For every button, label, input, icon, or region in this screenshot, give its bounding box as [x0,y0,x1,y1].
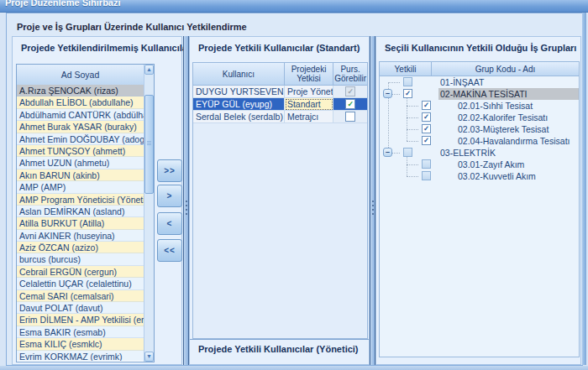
splitter-right[interactable] [370,36,375,365]
list-item[interactable]: AMP (AMP) [17,181,144,193]
list-item[interactable]: Evrim KORKMAZ (evrimk) [17,351,144,361]
tree-item[interactable]: ✓02.02-Kalorifer Tesisatı [380,112,579,123]
list-item[interactable]: burcus (burcus) [17,253,144,265]
work-group-tree[interactable]: Yetkili Grup Kodu - Adı 01-İNŞAAT–✓02-MA… [379,61,580,357]
panel-authorized-users-yonetici[interactable]: Projede Yetkili Kullanıcılar (Yönetici) [190,339,369,364]
panel-authorized-users-standart: Projede Yetkili Kullanıcılar (Standart) … [189,36,370,365]
list-item[interactable]: Avni AKINER (huseyina) [17,230,144,242]
column-header-projedeki-yetkisi[interactable]: Projedeki Yetkisi [285,63,333,85]
list-item[interactable]: Atilla BURKUT (Atilla) [17,217,144,229]
group-checkbox[interactable] [422,171,431,180]
group-checkbox[interactable]: ✓ [422,124,431,133]
scroll-up-icon[interactable]: ▲ [144,65,154,75]
role-cell[interactable]: Standart [285,98,333,111]
group-checkbox[interactable] [403,77,412,86]
move-all-left-button[interactable]: << [157,239,182,262]
role-cell[interactable]: Metrajcı [285,111,333,123]
scroll-down-icon[interactable]: ▼ [144,352,154,362]
group-label[interactable]: 02-MAKİNA TESİSATI [438,88,579,100]
column-header-yetkili[interactable]: Yetkili [380,62,432,76]
group-label[interactable]: 01-İNŞAAT [438,76,487,88]
list-item[interactable]: Davut POLAT (davut) [17,302,144,314]
tree-item[interactable]: 03.02-Kuvvetli Akım [380,170,579,182]
list-item[interactable]: Ahmet Emin DOĞDUBAY (adogdubay) [17,133,144,145]
column-header-purs-gorebilir[interactable]: Purs. Görebilir [333,63,367,85]
authorized-users-table-header: Kullanıcı Projedeki Yetkisi Purs. Görebi… [193,63,367,86]
list-item[interactable]: A.Rıza ŞENOCAK (rizas) [17,85,144,96]
splitter-left[interactable] [183,36,189,365]
column-header-kullanici[interactable]: Kullanıcı [193,63,285,85]
purs-cell[interactable]: ✓ [333,86,367,98]
move-left-button[interactable]: < [157,212,182,235]
table-row[interactable]: Serdal Belek (serdalb)Metrajcı [193,111,367,123]
authorized-users-table[interactable]: Kullanıcı Projedeki Yetkisi Purs. Görebi… [192,62,368,339]
purs-checkbox[interactable] [345,112,355,122]
unassigned-user-list-rows: A.Rıza ŞENOCAK (rizas)Abdullah ELİBOL (a… [17,85,144,361]
page-title: Proje ve İş Grupları Üzerinde Kullanıcı … [17,22,247,32]
list-item[interactable]: Ahmet TUNÇSOY (ahmett) [17,145,144,157]
window-right-edge [582,13,586,365]
tree-item[interactable]: ✓02.03-Müşterek Tesisat [380,123,579,135]
group-label[interactable]: 02.03-Müşterek Tesisat [456,123,552,135]
user-cell[interactable]: EYÜP GÜL (eyupg) [193,98,285,111]
group-checkbox[interactable]: ✓ [422,101,431,110]
list-item[interactable]: Aslan DEMİRKAN (asland) [17,206,144,217]
role-cell[interactable]: Proje Yöneticisi [285,86,333,98]
list-item[interactable]: Cemal SARI (cemalsari) [17,290,144,302]
group-checkbox[interactable] [422,159,431,169]
work-group-tree-rows: 01-İNŞAAT–✓02-MAKİNA TESİSATI✓02.01-Sıhh… [380,76,579,357]
list-item[interactable]: Akın BARUN (akinb) [17,169,144,181]
list-item[interactable]: Ahmet Burak YASAR (buraky) [17,121,144,133]
move-right-button[interactable]: > [157,185,182,207]
unassigned-user-list[interactable]: Ad Soyad A.Rıza ŞENOCAK (rizas)Abdullah … [16,64,155,362]
list-scrollbar[interactable]: ▲ ▼ [144,65,154,362]
purs-checkbox[interactable]: ✓ [345,99,355,109]
list-item[interactable]: Cebrail ERGÜN (cergun) [17,266,144,278]
user-cell[interactable]: DUYGU YURTSEVEN (duygu [193,86,285,98]
window-title: Proje Düzenleme Sihirbazı [5,0,121,8]
purs-cell[interactable] [333,111,367,123]
group-checkbox[interactable] [403,148,412,157]
group-checkbox[interactable]: ✓ [422,136,431,145]
column-header-grup-kodu-adi[interactable]: Grup Kodu - Adı [432,62,579,76]
user-cell[interactable]: Serdal Belek (serdalb) [193,111,285,123]
tree-item[interactable]: 01-İNŞAAT [380,76,579,88]
table-row[interactable]: EYÜP GÜL (eyupg)Standart✓ [193,98,367,111]
list-item[interactable]: Aziz ÖZCAN (azizo) [17,242,144,253]
panel-authorized-users-title: Projede Yetkili Kullanıcılar (Standart) [198,43,360,53]
panel-unassigned-users-title: Projede Yetkilendirilmemiş Kullanıcılar [21,43,191,53]
group-label[interactable]: 02.01-Sıhhi Tesisat [456,100,536,112]
collapse-icon[interactable]: – [383,89,392,98]
group-checkbox[interactable]: ✓ [403,89,412,98]
authorized-users-table-rows: DUYGU YURTSEVEN (duyguProje Yöneticisi✓E… [193,86,367,123]
group-label[interactable]: 02.02-Kalorifer Tesisatı [456,112,551,123]
list-item[interactable]: Abdülhamid CANTÜRK (abdülhamidc) [17,109,144,121]
purs-checkbox[interactable]: ✓ [345,86,355,96]
group-label[interactable]: 03.02-Kuvvetli Akım [456,170,539,182]
collapse-icon[interactable]: – [383,148,392,157]
group-label[interactable]: 03-ELEKTRİK [438,147,499,159]
group-label[interactable]: 03.01-Zayıf Akım [456,159,528,170]
window-titlebar[interactable]: Proje Düzenleme Sihirbazı [0,0,588,13]
tree-item[interactable]: ✓02.01-Sıhhi Tesisat [380,100,579,112]
panel-work-groups-title: Seçili Kullanıcının Yetkili Olduğu İş Gr… [385,43,576,53]
tree-item[interactable]: ✓02.04-Havalandırma Tesisatı [380,135,579,147]
purs-cell[interactable]: ✓ [333,98,367,111]
list-item[interactable]: Erim DİLMEN - AMP Yetkilisi (erimd) [17,314,144,326]
list-item[interactable]: Celalettin UÇAR (celalettinu) [17,278,144,289]
list-item[interactable]: Esma KILIÇ (esmklc) [17,338,144,350]
scrollbar-thumb[interactable] [144,95,154,194]
list-item[interactable]: Esma BAKIR (esmab) [17,326,144,338]
tree-item[interactable]: –03-ELEKTRİK [380,147,579,159]
group-label[interactable]: 02.04-Havalandırma Tesisatı [456,135,573,147]
group-checkbox[interactable]: ✓ [422,112,431,122]
tree-item[interactable]: 03.01-Zayıf Akım [380,159,579,170]
list-item[interactable]: AMP Program Yöneticisi (Yönetici) [17,194,144,206]
list-item[interactable]: Ahmet UZUN (ahmetu) [17,157,144,169]
column-header-ad-soyad[interactable]: Ad Soyad [17,65,144,86]
table-row[interactable]: DUYGU YURTSEVEN (duyguProje Yöneticisi✓ [193,86,367,98]
list-item[interactable]: Abdullah ELİBOL (abdullahe) [17,96,144,108]
move-all-right-button[interactable]: >> [157,159,182,182]
tree-item[interactable]: –✓02-MAKİNA TESİSATI [380,88,579,100]
panel-authorized-users-yonetici-title: Projede Yetkili Kullanıcılar (Yönetici) [198,344,359,354]
